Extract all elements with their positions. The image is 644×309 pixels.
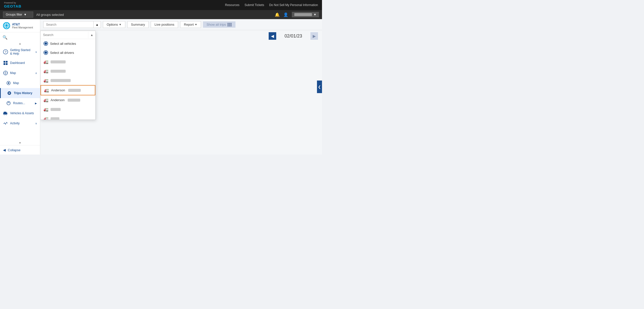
svg-rect-23 (227, 23, 229, 24)
options-button[interactable]: Options ▼ (103, 21, 125, 28)
search-up-arrow-button[interactable]: ▲ (94, 21, 101, 28)
date-display: 02/01/23 (278, 33, 308, 39)
options-label: Options (107, 23, 118, 26)
user-dropdown[interactable]: ▼ (292, 12, 319, 17)
sidebar-item-trips-history[interactable]: Trips History (0, 88, 40, 98)
svg-rect-7 (6, 61, 8, 63)
select-all-vehicles-item[interactable]: Select all vehicles (41, 39, 95, 48)
svg-rect-9 (6, 63, 8, 65)
user-icon[interactable]: 👤 (283, 12, 288, 17)
groups-filter-label: Groups filter (6, 13, 22, 16)
att-icon (3, 22, 10, 29)
sidebar-scroll-up[interactable]: ▲ (0, 41, 40, 46)
sidebar-search-icon[interactable]: 🔍 (3, 35, 8, 40)
sidebar-item-activity[interactable]: Activity ∨ (0, 118, 40, 128)
item-blur-text (51, 79, 71, 82)
svg-point-17 (9, 93, 10, 94)
svg-text:?: ? (5, 50, 6, 54)
sidebar: AT&T Fleet Management 🔍 ▲ ? Getting Star… (0, 19, 40, 154)
sidebar-item-vehicles-assets[interactable]: Vehicles & Assets (0, 108, 40, 118)
sidebar-item-routes[interactable]: Routes... ▶ (0, 98, 40, 108)
sidebar-item-dashboard[interactable]: Dashboard (0, 58, 40, 68)
dropdown-search-input[interactable] (41, 31, 88, 39)
select-all-vehicles-label: Select all vehicles (50, 42, 76, 46)
item-blur-text (68, 89, 81, 92)
resources-link[interactable]: Resources (225, 3, 239, 7)
att-logo-svg (4, 23, 9, 28)
item-blur-text (68, 99, 80, 102)
map-sub-label: Map (13, 81, 19, 85)
date-next-button[interactable]: ▶ (310, 32, 318, 40)
trips-history-icon (7, 91, 12, 96)
date-prev-button[interactable]: ◀ (269, 32, 276, 40)
svg-rect-6 (4, 61, 5, 63)
user-dropdown-caret-icon: ▼ (313, 13, 316, 16)
routes-label: Routes... (13, 101, 25, 105)
routes-chevron: ▶ (35, 102, 37, 105)
sidebar-logo-area: AT&T Fleet Management (0, 19, 40, 32)
sidebar-scroll-down[interactable]: ▼ (0, 141, 40, 145)
summary-button[interactable]: Summary (127, 21, 149, 28)
right-collapse-arrow-icon: ❮ (318, 85, 321, 89)
sidebar-collapse[interactable]: ◀ Collapse (0, 145, 40, 154)
map-icon (3, 70, 8, 75)
options-caret-icon: ▼ (119, 23, 122, 26)
dropdown-list: Select all vehicles Select all drivers 🚛 (41, 39, 95, 120)
report-button[interactable]: Report ▼ (180, 21, 201, 28)
dropdown-list-item[interactable]: 🚛 (41, 66, 95, 76)
truck-icon: 🚛 (44, 78, 49, 83)
anderson-item[interactable]: 🚛 Anderson (41, 95, 95, 105)
dropdown-arrow-up-icon[interactable]: ▲ (88, 32, 95, 38)
sidebar-brand-sub: Fleet Management (12, 26, 33, 29)
vehicles-label: Vehicles & Assets (10, 111, 34, 115)
trips-history-label: Trips History (14, 91, 32, 95)
sidebar-nav: ? Getting Started & Help ∨ Dashboard Map… (0, 46, 40, 141)
dropdown-list-item[interactable]: 🚛 (41, 114, 95, 120)
svg-rect-29 (227, 25, 229, 26)
groups-filter-dropdown[interactable]: Groups filter ▼ (3, 12, 33, 18)
report-label: Report (184, 23, 194, 26)
sidebar-brand-name: AT&T (12, 23, 33, 26)
toolbar: ▲ Options ▼ Summary Live positions Repor… (40, 19, 322, 30)
svg-rect-27 (229, 24, 230, 25)
sidebar-search-area[interactable]: 🔍 (0, 32, 40, 41)
sidebar-item-getting-started[interactable]: ? Getting Started & Help ∨ (0, 46, 40, 58)
select-all-vehicles-check-icon (44, 41, 48, 46)
sidebar-item-map-sub[interactable]: Map (0, 78, 40, 88)
submit-tickets-link[interactable]: Submit Tickets (245, 3, 264, 7)
toolbar-search-wrapper: ▲ (43, 21, 101, 28)
do-not-sell-link[interactable]: Do Not Sell My Personal Information (269, 3, 318, 7)
getting-started-label: Getting Started & Help (10, 48, 33, 55)
sidebar-title-block: AT&T Fleet Management (12, 23, 33, 29)
report-caret-icon: ▼ (195, 23, 197, 26)
dropdown-list-item[interactable]: 🚛 (41, 57, 95, 66)
anderson-label: Anderson (51, 98, 65, 102)
item-blur-text (51, 60, 66, 63)
map-sub-icon (6, 81, 11, 86)
sidebar-item-map-parent[interactable]: Map ∧ (0, 68, 40, 78)
right-panel-collapse-button[interactable]: ❮ (317, 81, 322, 93)
collapse-arrow-icon: ◀ (3, 148, 6, 152)
bell-icon[interactable]: 🔔 (275, 12, 280, 17)
dashboard-label: Dashboard (10, 61, 25, 65)
svg-rect-26 (227, 24, 229, 25)
truck-icon: 🚛 (44, 98, 49, 102)
show-all-trips-label: Show all trips (207, 23, 226, 26)
truck-icon: 🚛 (44, 88, 49, 93)
search-input[interactable] (43, 21, 94, 28)
svg-rect-31 (230, 25, 232, 26)
live-positions-button[interactable]: Live positions (151, 21, 178, 28)
anderson-highlighted-item[interactable]: 🚛 Anderson (41, 85, 95, 95)
select-all-drivers-check-icon (44, 50, 48, 55)
truck-icon: 🚛 (44, 107, 49, 112)
truck-icon: 🚛 (44, 116, 49, 120)
svg-rect-28 (230, 24, 232, 25)
item-blur-text (51, 117, 59, 120)
user-name-text (294, 13, 312, 16)
activity-chevron: ∨ (35, 122, 37, 125)
content-area: ▲ Options ▼ Summary Live positions Repor… (40, 19, 322, 154)
dropdown-list-item[interactable]: 🚛 (41, 76, 95, 85)
dropdown-list-item[interactable]: 🚛 (41, 105, 95, 114)
activity-icon (3, 121, 8, 126)
select-all-drivers-item[interactable]: Select all drivers (41, 48, 95, 57)
